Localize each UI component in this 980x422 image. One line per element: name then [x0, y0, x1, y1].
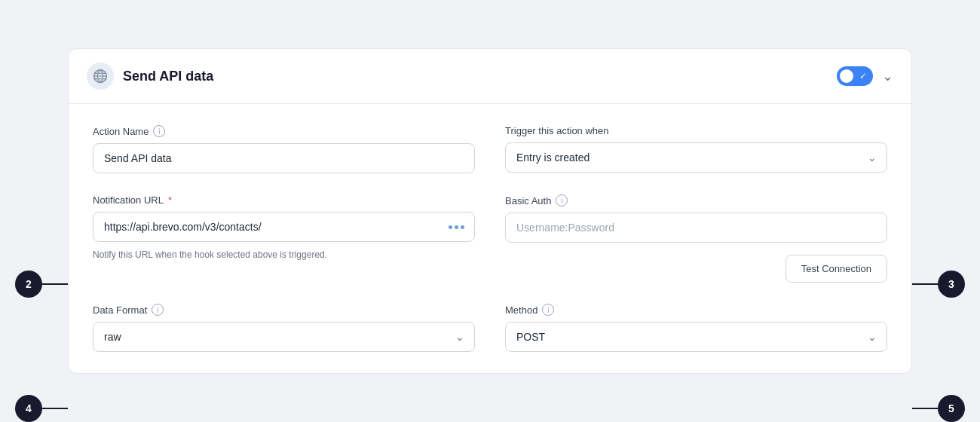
trigger-group: Trigger this action when Entry is create…	[505, 125, 887, 173]
action-name-label: Action Name i	[93, 125, 475, 137]
card-title: Send API data	[123, 69, 213, 84]
method-select-wrapper: POST GET PUT PATCH DELETE ⌄	[505, 322, 887, 352]
dot-3	[461, 225, 464, 229]
notification-url-input-wrapper	[93, 212, 475, 242]
card-header: Send API data ✓ ⌄	[69, 49, 911, 104]
data-format-select[interactable]: raw json xml	[93, 322, 475, 352]
step-badge-5: 5	[938, 395, 965, 422]
notification-url-label: Notification URL *	[93, 194, 475, 206]
data-format-group: Data Format i raw json xml ⌄	[93, 304, 475, 352]
data-format-info-icon: i	[152, 304, 164, 316]
basic-auth-info-icon: i	[556, 194, 568, 206]
trigger-label: Trigger this action when	[505, 125, 887, 136]
test-connection-button[interactable]: Test Connection	[786, 255, 887, 283]
notification-url-input[interactable]	[93, 212, 475, 242]
basic-auth-label: Basic Auth i	[505, 194, 887, 206]
action-name-group: Action Name i	[93, 125, 475, 173]
collapse-chevron-icon[interactable]: ⌄	[882, 68, 893, 84]
action-name-input[interactable]	[93, 143, 475, 173]
notification-url-more-button[interactable]	[449, 225, 464, 229]
card-header-right: ✓ ⌄	[837, 66, 893, 86]
basic-auth-input[interactable]	[505, 213, 887, 243]
notification-url-group: Notification URL * Notify this URL when …	[93, 194, 475, 283]
method-info-icon: i	[542, 304, 554, 316]
data-format-label: Data Format i	[93, 304, 475, 316]
form-grid: Action Name i Trigger this action when E…	[93, 125, 887, 352]
trigger-select-wrapper: Entry is created Entry is updated Entry …	[505, 142, 887, 173]
send-api-data-card: Send API data ✓ ⌄ Action Name i	[68, 48, 912, 374]
card-body: Action Name i Trigger this action when E…	[69, 104, 911, 373]
dot-2	[455, 225, 458, 229]
basic-auth-group: Basic Auth i Test Connection	[505, 194, 887, 283]
action-name-info-icon: i	[153, 125, 165, 137]
api-icon	[87, 63, 114, 90]
toggle-check-icon: ✓	[859, 71, 867, 81]
trigger-select[interactable]: Entry is created Entry is updated Entry …	[505, 142, 887, 173]
notification-url-hint: Notify this URL when the hook selected a…	[93, 248, 475, 261]
method-label: Method i	[505, 304, 887, 316]
step-badge-3: 3	[938, 271, 965, 298]
data-format-select-wrapper: raw json xml ⌄	[93, 322, 475, 352]
method-select[interactable]: POST GET PUT PATCH DELETE	[505, 322, 887, 352]
required-asterisk: *	[168, 194, 172, 206]
method-group: Method i POST GET PUT PATCH DELETE ⌄	[505, 304, 887, 352]
dot-1	[449, 225, 452, 229]
step-badge-2: 2	[15, 271, 42, 298]
card-header-left: Send API data	[87, 63, 213, 90]
enabled-toggle[interactable]: ✓	[837, 66, 873, 86]
step-badge-4: 4	[15, 395, 42, 422]
